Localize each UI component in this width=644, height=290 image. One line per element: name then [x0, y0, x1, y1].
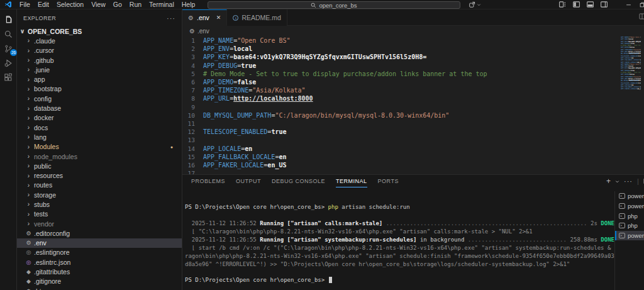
tree-folder-public[interactable]: ›public	[17, 161, 182, 170]
terminal-text: ragon\bin\php\php-8.2.21-nts-Win32-vs16-…	[185, 253, 614, 259]
tree-root-open-core-bs[interactable]: ∨ OPEN_CORE_BS	[17, 26, 182, 36]
tree-folder-cursor[interactable]: ›.cursor	[17, 46, 182, 55]
toggle-secondary-sidebar-icon[interactable]	[600, 1, 608, 8]
tree-folder-config[interactable]: ›config	[17, 94, 182, 103]
panel-more-actions-icon[interactable]: ···	[624, 177, 633, 185]
tree-folder-node_modules[interactable]: ›node_modules	[17, 152, 182, 161]
menu-terminal[interactable]: Terminal	[145, 1, 178, 8]
tree-item-label: .gitattributes	[34, 268, 70, 276]
tree-folder-tests[interactable]: ›tests	[17, 209, 182, 219]
chevron-collapsed-icon: ›	[25, 57, 32, 64]
menu-view[interactable]: View	[87, 1, 109, 8]
activity-extensions-icon[interactable]	[2, 73, 14, 82]
tree-folder-claude[interactable]: ›.claude	[17, 36, 182, 45]
terminal-instance-php[interactable]: >_php	[615, 211, 644, 221]
info-file-icon: i	[233, 15, 238, 21]
activity-explorer-icon[interactable]	[2, 15, 14, 25]
menu-edit[interactable]: Edit	[34, 1, 53, 8]
window-restore-button[interactable]	[638, 0, 644, 9]
menu-selection[interactable]: Selection	[53, 1, 87, 8]
tree-folder-modules[interactable]: ›Modules●	[17, 142, 182, 152]
toggle-primary-sidebar-icon[interactable]	[572, 1, 580, 8]
terminal-output[interactable]: PS D:\Projects\Open core hr\open_core_bs…	[185, 203, 614, 290]
breadcrumb[interactable]: ⚙ .env	[182, 26, 644, 36]
code-line-7[interactable]: 7APP_TIMEZONE="Asia/Kolkata"	[182, 86, 644, 94]
tree-file-eslintignore[interactable]: ◎.eslintignore	[17, 248, 182, 257]
code-token: en_US	[267, 162, 286, 169]
menu-run[interactable]: Run	[126, 1, 145, 8]
menu-go[interactable]: Go	[109, 1, 126, 8]
tab-close-icon[interactable]: ✕	[216, 14, 221, 21]
code-line-9[interactable]: 9	[182, 103, 644, 111]
tree-folder-lang[interactable]: ›lang	[17, 132, 182, 142]
gear-file-icon: ⚙	[189, 28, 195, 35]
tree-folder-bootstrap[interactable]: ›bootstrap	[17, 84, 182, 94]
tree-file-htaccess[interactable]: ⚙.htaccess	[17, 286, 182, 290]
tab-env[interactable]: ⚙ .env ✕	[182, 9, 227, 26]
panel-tab-output[interactable]: OUTPUT	[236, 175, 261, 187]
tree-folder-app[interactable]: ›app	[17, 74, 182, 84]
activity-run-debug-icon[interactable]	[2, 59, 14, 68]
code-line-4[interactable]: 4APP_DEBUG=true	[182, 62, 644, 70]
relaunch-icon[interactable]	[469, 1, 475, 8]
tree-folder-routes[interactable]: ›routes	[17, 181, 182, 190]
code-line-10[interactable]: 10DB_MYSQL_DUMP_PATH="C:/laragon/bin/mys…	[182, 111, 644, 120]
code-line-11[interactable]: 11	[182, 120, 644, 128]
new-terminal-icon[interactable]: +	[606, 177, 611, 186]
terminal-instance-php[interactable]: >_php	[615, 221, 644, 231]
tree-file-gitignore[interactable]: ◆.gitignore	[17, 277, 182, 286]
tab-readme[interactable]: i README.md	[227, 9, 287, 26]
terminal-instance-powershell[interactable]: >_powershell	[615, 191, 644, 201]
code-line-8[interactable]: 8APP_URL=http://localhost:8000	[182, 94, 644, 103]
dot-fill: ........................................…	[468, 237, 567, 243]
code-line-14[interactable]: 14APP_LOCALE=en	[182, 144, 644, 152]
code-token: APP_ENV	[203, 45, 230, 52]
activity-search-icon[interactable]	[2, 30, 14, 39]
tree-folder-docs[interactable]: ›docs	[17, 123, 182, 132]
code-line-1[interactable]: 1APP_NAME="Open Core BS"	[182, 36, 644, 45]
menu-file[interactable]: File	[16, 1, 34, 8]
tree-folder-database[interactable]: ›database	[17, 103, 182, 113]
tree-folder-vendor[interactable]: ›vendor	[17, 219, 182, 228]
tree-folder-stubs[interactable]: ›stubs	[17, 199, 182, 209]
tree-folder-junie[interactable]: ›.junie	[17, 65, 182, 74]
command-center-search[interactable]: open_core_bs	[208, 1, 460, 9]
editor-actions-icon[interactable]	[639, 13, 644, 20]
chevron-collapsed-icon: ›	[25, 162, 32, 169]
code-line-13[interactable]: 13	[182, 136, 644, 144]
window-minimize-button[interactable]	[624, 0, 633, 9]
panel-tab-ports[interactable]: PORTS	[378, 175, 399, 187]
panel-tab-terminal[interactable]: TERMINAL	[336, 175, 367, 187]
code-line-3[interactable]: 3APP_KEY=base64:vO1ykQ7R3Q9HqSYZgSfqvxmG…	[182, 53, 644, 61]
tree-folder-github[interactable]: ›.github	[17, 55, 182, 65]
tree-folder-docker[interactable]: ›docker	[17, 113, 182, 123]
tree-file-eslintrc.json[interactable]: ◎.eslintrc.json	[17, 257, 182, 267]
chevron-down-icon[interactable]	[477, 3, 481, 7]
code-editor[interactable]: 1APP_NAME="Open Core BS"2APP_ENV=local3A…	[182, 36, 644, 177]
chevron-collapsed-icon: ›	[25, 191, 32, 198]
chevron-collapsed-icon: ›	[25, 220, 32, 227]
tree-folder-storage[interactable]: ›storage	[17, 190, 182, 199]
activity-source-control-icon[interactable]: 26	[2, 44, 14, 53]
minimap[interactable]: APP_NAME="Open Core BS"APP_ENV=localAPP_…	[621, 36, 641, 118]
tree-folder-resources[interactable]: ›resources	[17, 170, 182, 180]
code-line-2[interactable]: 2APP_ENV=local	[182, 45, 644, 53]
code-line-12[interactable]: 12TELESCOPE_ENABLED=true	[182, 128, 644, 136]
tree-file-env[interactable]: ⚙.env	[17, 238, 182, 248]
terminal-instance-powershell[interactable]: >_powershell	[615, 201, 644, 211]
panel-tab-problems[interactable]: PROBLEMS	[191, 175, 225, 187]
tree-item-label: .cursor	[34, 47, 54, 54]
panel-tab-debug-console[interactable]: DEBUG CONSOLE	[272, 175, 325, 187]
terminal-instance-powershell[interactable]: >_powershell	[615, 231, 644, 241]
menu-help[interactable]: Help	[178, 1, 199, 8]
toggle-panel-icon[interactable]	[586, 1, 594, 8]
explorer-more-actions-icon[interactable]: ···	[167, 14, 175, 22]
code-line-5[interactable]: 5# Demo Mode - Set to true to display pu…	[182, 70, 644, 78]
tree-file-editorconfig[interactable]: ⚙.editorconfig	[17, 228, 182, 238]
terminal-profile-chevron-icon[interactable]	[615, 179, 619, 184]
tree-file-gitattributes[interactable]: ◆.gitattributes	[17, 267, 182, 276]
code-line-16[interactable]: 16APP_FAKER_LOCALE=en_US	[182, 161, 644, 169]
code-line-6[interactable]: 6APP_DEMO=false	[182, 78, 644, 86]
code-line-15[interactable]: 15APP_FALLBACK_LOCALE=en	[182, 153, 644, 161]
customize-layout-icon[interactable]	[558, 1, 567, 8]
